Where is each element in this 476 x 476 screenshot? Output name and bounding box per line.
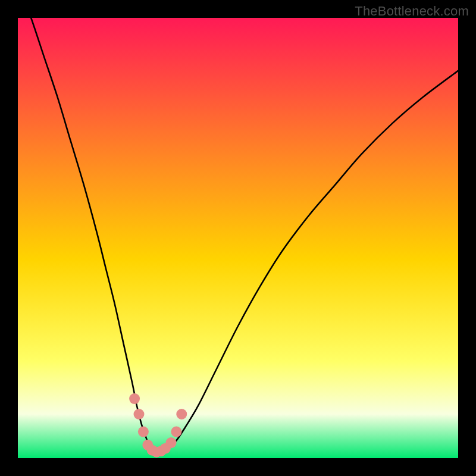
gradient-background [18,18,458,458]
indicator-dot [138,427,149,437]
indicator-dot [129,393,140,404]
indicator-dot [176,409,187,419]
indicator-dot [166,437,177,448]
chart-svg [18,18,458,458]
watermark-text: TheBottleneck.com [355,4,469,19]
indicator-dot [171,427,181,437]
plot-area [18,18,458,458]
indicator-dot [134,409,145,419]
chart-frame: TheBottleneck.com [0,0,476,476]
